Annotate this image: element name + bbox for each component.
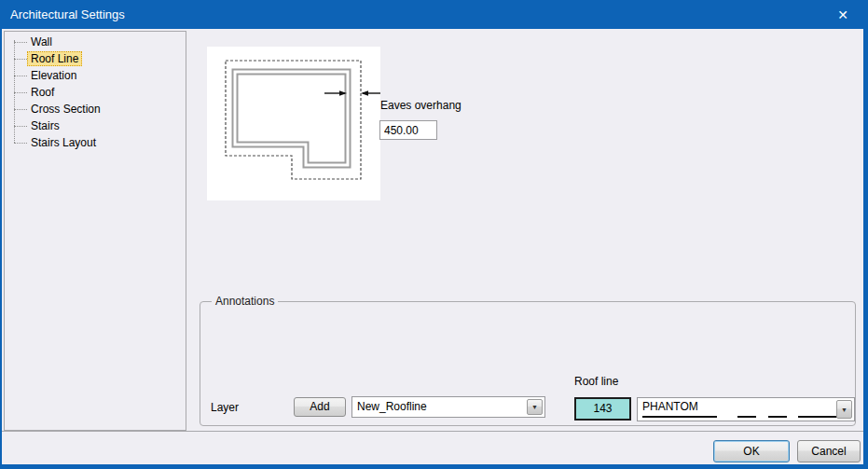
tree-item-roof-line[interactable]: Roof Line [5,50,186,67]
eaves-overhang-label: Eaves overhang [380,99,462,112]
close-icon[interactable]: ✕ [825,0,861,29]
tree-item-label: Elevation [27,68,80,83]
tree-item-stairs-layout[interactable]: Stairs Layout [5,134,186,151]
tree-leader [14,109,27,110]
tree-item-cross-section[interactable]: Cross Section [5,101,186,117]
tree-leader [14,92,27,93]
annotations-group-label: Annotations [212,295,278,308]
titlebar: Architectural Settings [0,0,868,29]
eaves-overhang-diagram [207,47,380,200]
eaves-overhang-input[interactable] [379,120,437,140]
window-border-left [0,0,2,469]
linetype-preview-segment [737,416,756,418]
chevron-down-icon[interactable]: ▼ [527,399,543,415]
tree-leader [14,42,27,43]
window-title: Architectural Settings [10,7,125,21]
cancel-button[interactable]: Cancel [797,440,861,462]
tree-leader [14,59,27,60]
tree-leader [14,143,27,144]
layer-select[interactable]: New_Roofline ▼ [351,396,545,418]
ok-button[interactable]: OK [713,440,790,462]
tree-item-elevation[interactable]: Elevation [5,67,186,84]
tree-leader [14,126,27,127]
linetype-select[interactable]: PHANTOM ▼ [637,397,855,421]
linetype-preview-segment [798,416,837,418]
window-border-right [863,0,868,469]
roofline-color-swatch[interactable]: 143 [574,397,631,421]
roofline-plan-drawing [207,47,380,200]
tree-item-label: Stairs [27,118,63,133]
tree-leader [14,76,27,76]
roof-line-label: Roof line [574,375,618,388]
tree-item-label: Cross Section [27,102,104,117]
architectural-settings-dialog: Architectural Settings ✕ Wall Roof Line … [0,0,868,469]
tree-item-wall[interactable]: Wall [5,34,186,50]
tree-item-stairs[interactable]: Stairs [5,117,186,134]
window-border-bottom [0,464,868,469]
linetype-select-value: PHANTOM [642,400,698,413]
settings-tree: Wall Roof Line Elevation Roof Cross Sect… [5,32,186,151]
layer-select-value: New_Roofline [357,400,427,413]
chevron-down-icon[interactable]: ▼ [836,400,852,419]
tree-item-roof[interactable]: Roof [5,84,186,101]
linetype-preview-segment [768,416,787,418]
tree-item-label: Stairs Layout [27,135,100,150]
linetype-preview-segment [642,416,717,418]
add-layer-button[interactable]: Add [294,397,346,417]
footer-separator [2,431,863,432]
tree-item-label: Wall [27,34,56,49]
tree-item-label: Roof Line [27,51,82,66]
tree-item-label: Roof [27,85,58,100]
settings-tree-panel: Wall Roof Line Elevation Roof Cross Sect… [4,31,186,431]
layer-label: Layer [211,401,239,414]
